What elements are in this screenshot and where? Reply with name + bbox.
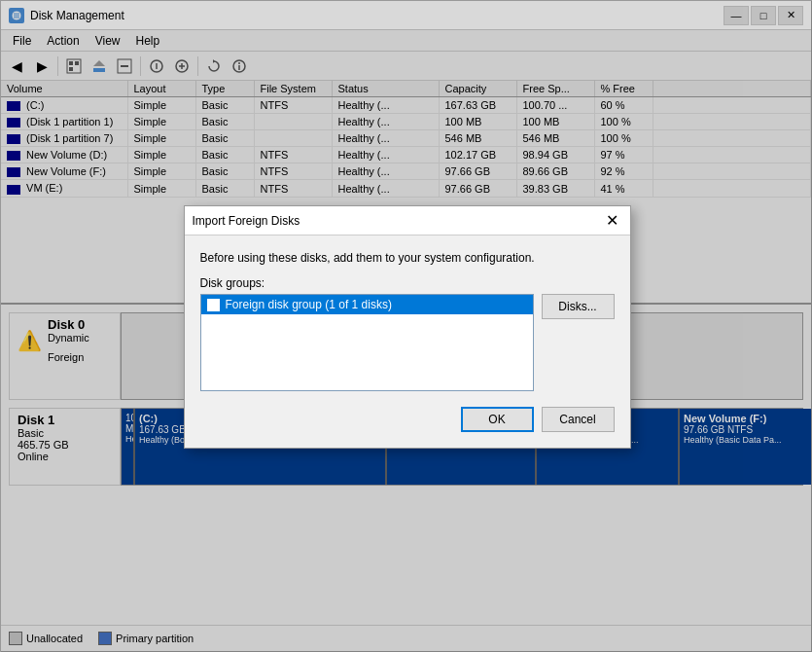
ok-button[interactable]: OK: [461, 407, 534, 432]
dialog-close-button[interactable]: ✕: [603, 211, 622, 231]
listbox-item-foreign[interactable]: Foreign disk group (1 of 1 disks): [201, 295, 533, 314]
disk-groups-label: Disk groups:: [200, 276, 615, 290]
dialog-content-main: Foreign disk group (1 of 1 disks): [200, 294, 534, 407]
listbox-item-label: Foreign disk group (1 of 1 disks): [226, 298, 392, 311]
disk-groups-listbox[interactable]: Foreign disk group (1 of 1 disks): [200, 294, 534, 391]
dialog-buttons: OK Cancel: [200, 407, 615, 432]
import-foreign-disks-dialog: Import Foreign Disks ✕ Before using thes…: [184, 205, 631, 449]
disks-button[interactable]: Disks...: [542, 294, 615, 319]
dialog-overlay: Import Foreign Disks ✕ Before using thes…: [1, 1, 812, 652]
dialog-title: Import Foreign Disks: [193, 214, 300, 228]
dialog-body: Before using these disks, add them to yo…: [185, 235, 630, 448]
dialog-content-row: Foreign disk group (1 of 1 disks) Disks.…: [200, 294, 615, 407]
dialog-title-bar: Import Foreign Disks ✕: [185, 206, 630, 235]
dialog-content-side: Disks...: [542, 294, 615, 407]
listbox-checkbox: [207, 299, 220, 311]
cancel-button[interactable]: Cancel: [542, 407, 615, 432]
dialog-description: Before using these disks, add them to yo…: [200, 251, 615, 265]
